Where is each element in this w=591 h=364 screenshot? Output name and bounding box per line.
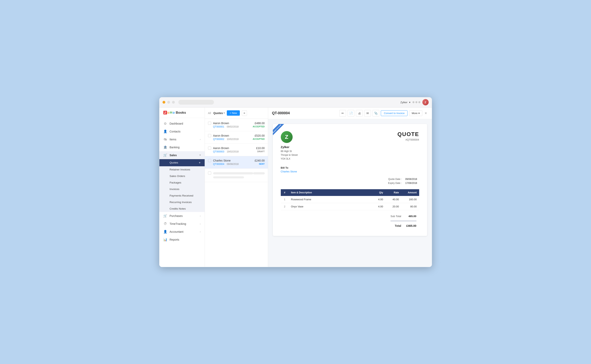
window-dot-green[interactable] <box>172 101 175 104</box>
contacts-icon: 👤 <box>163 130 167 133</box>
sales-chevron-icon: ▾ <box>200 154 201 156</box>
expiry-date-value: 17/08/2018 <box>403 181 419 185</box>
item-checkbox[interactable] <box>208 159 211 162</box>
expiry-date-label: Expiry Date : <box>387 181 403 185</box>
detail-actions: ✏ 📄 🖨 ✉ 📎 Convert to Invoice <box>339 110 428 117</box>
sidebar-item-timetracking[interactable]: ⏱ TimeTracking › <box>159 220 205 228</box>
quote-document: Approved Z Zylker 86 High St <box>273 124 427 236</box>
sales-icon: 🛒 <box>163 153 167 157</box>
list-filter-title[interactable]: All Quotes ▾ <box>208 111 225 115</box>
window-controls <box>412 101 420 103</box>
item-number: QT000003 <box>213 150 224 153</box>
sidebar-item-packages[interactable]: Packages <box>159 179 205 186</box>
item-name: Charles Stone <box>213 159 231 162</box>
purchases-chevron-icon: › <box>200 215 201 217</box>
user-avatar[interactable]: Z <box>422 99 429 105</box>
dates-table: Quote Date : 09/08/2018 Expiry Date : 17… <box>386 177 419 185</box>
accountant-chevron-icon: › <box>200 231 201 233</box>
sidebar-item-accountant[interactable]: 👤 Accountant › <box>159 228 205 236</box>
line-item-num: 2 <box>281 203 289 210</box>
convert-to-invoice-button[interactable]: Convert to Invoice <box>381 110 408 116</box>
sidebar-item-banking[interactable]: 🏦 Banking <box>159 143 205 151</box>
list-item-skeleton <box>205 169 268 182</box>
more-button[interactable]: More ▾ <box>409 110 422 116</box>
dot1 <box>412 101 415 103</box>
app-window: Zylker ▾ Z Z o H o Books <box>159 97 432 267</box>
item-checkbox[interactable] <box>208 134 211 137</box>
print-button[interactable]: 🖨 <box>356 110 363 117</box>
item-name: Aaron Brown <box>213 122 229 125</box>
detail-quote-id: QT-000004 <box>272 111 290 115</box>
close-button[interactable]: × <box>424 110 428 116</box>
line-item-row: 1 Rosewood Frame 4.00 40.00 160.00 <box>281 196 419 203</box>
item-checkbox[interactable] <box>208 147 211 150</box>
list-item[interactable]: Aaron Brown £520.00 QT000002 10/02/2018 … <box>205 131 268 144</box>
accountant-label: Accountant <box>170 230 198 233</box>
sidebar-item-invoices[interactable]: Invoices <box>159 186 205 192</box>
list-menu-button[interactable]: ≡ <box>242 110 247 116</box>
item-date: 09/02/2018 <box>227 125 239 128</box>
window-dot-yellow[interactable] <box>167 101 170 104</box>
more-label: More <box>412 112 418 115</box>
bill-to-name[interactable]: Charles Stone <box>281 170 419 173</box>
purchases-label: Purchases <box>170 214 198 217</box>
detail-header: QT-000004 ✏ 📄 🖨 ✉ 📎 <box>268 108 432 119</box>
subtotal-label: Sub Total <box>388 214 403 219</box>
window-dot-red[interactable] <box>162 101 165 104</box>
sidebar-item-purchases[interactable]: 🛒 Purchases › <box>159 212 205 220</box>
mail-button[interactable]: ✉ <box>364 110 371 117</box>
quotes-list: Aaron Brown £488.00 QT000001 09/02/2018 … <box>205 119 268 267</box>
approved-label: Approved <box>273 124 285 137</box>
sidebar-item-payments-received[interactable]: Payments Received <box>159 192 205 199</box>
mail-icon: ✉ <box>366 111 369 115</box>
user-chevron: ▾ <box>409 101 410 104</box>
line-item-num: 1 <box>281 196 289 203</box>
subtotal-value: 465.00 <box>404 214 419 219</box>
reports-icon: 📊 <box>163 238 167 242</box>
attach-button[interactable]: 📎 <box>372 110 379 117</box>
sidebar-item-retainer-invoices[interactable]: Retainer Invoices <box>159 166 205 173</box>
list-item[interactable]: Aaron Brown £10.00 QT000003 19/02/2018 D… <box>205 144 268 156</box>
sidebar-item-sales[interactable]: 🛒 Sales ▾ <box>159 151 205 159</box>
sidebar-nav: ⊙ Dashboard 👤 Contacts 🛍 Items › 🏦 Banki… <box>159 118 205 245</box>
recurring-invoices-label: Recurring Invoices <box>170 201 192 204</box>
edit-button[interactable]: ✏ <box>339 110 346 117</box>
sidebar-item-contacts[interactable]: 👤 Contacts <box>159 128 205 136</box>
sidebar-item-quotes[interactable]: Quotes + <box>159 159 205 166</box>
list-item[interactable]: Aaron Brown £488.00 QT000001 09/02/2018 … <box>205 119 268 131</box>
edit-icon: ✏ <box>341 111 344 115</box>
invoices-label: Invoices <box>170 188 180 191</box>
sidebar-item-label: Items <box>170 138 198 141</box>
sidebar-item-label: Banking <box>170 146 201 149</box>
company-addr-line3: YO4 3LX <box>281 157 291 160</box>
sidebar-item-credits-notes[interactable]: Credits Notes <box>159 205 205 212</box>
user-menu[interactable]: Zylker ▾ <box>400 101 410 104</box>
sidebar-item-reports[interactable]: 📊 Reports <box>159 236 205 244</box>
sidebar-item-recurring-invoices[interactable]: Recurring Invoices <box>159 199 205 205</box>
user-name: Zylker <box>400 101 407 104</box>
sidebar-item-items[interactable]: 🛍 Items › <box>159 136 205 143</box>
total-value: £465.00 <box>404 223 419 228</box>
company-addr-line2: Thrope le Street <box>281 154 298 156</box>
company-addr-line1: 86 High St <box>281 150 292 153</box>
list-item-content: Aaron Brown £488.00 QT000001 09/02/2018 … <box>213 122 265 128</box>
new-quote-button[interactable]: + New <box>227 110 240 116</box>
dot3 <box>418 101 420 103</box>
company-info: Zylker 86 High St Thrope le Street YO4 3… <box>281 145 298 161</box>
line-item-row: 2 Onyx Vase 4.00 20.00 80.00 <box>281 203 419 210</box>
sidebar-item-sales-orders[interactable]: Sales Orders <box>159 173 205 179</box>
item-name: Aaron Brown <box>213 134 229 137</box>
list-item[interactable]: Charles Stone £240.00 QT000004 09/08/201… <box>205 156 268 169</box>
retainer-invoices-label: Retainer Invoices <box>170 168 190 171</box>
col-qty: Qty <box>370 189 386 196</box>
quotes-add-icon[interactable]: + <box>199 161 201 164</box>
sidebar-item-dashboard[interactable]: ⊙ Dashboard <box>159 120 205 128</box>
col-amount: Amount <box>401 189 419 196</box>
quote-date-label: Quote Date : <box>387 177 403 181</box>
list-filter-all: All <box>208 111 211 115</box>
accountant-icon: 👤 <box>163 230 167 234</box>
item-checkbox[interactable] <box>208 122 211 125</box>
pdf-button[interactable]: 📄 <box>348 110 354 117</box>
items-icon: 🛍 <box>163 137 167 141</box>
item-name: Aaron Brown <box>213 147 229 150</box>
